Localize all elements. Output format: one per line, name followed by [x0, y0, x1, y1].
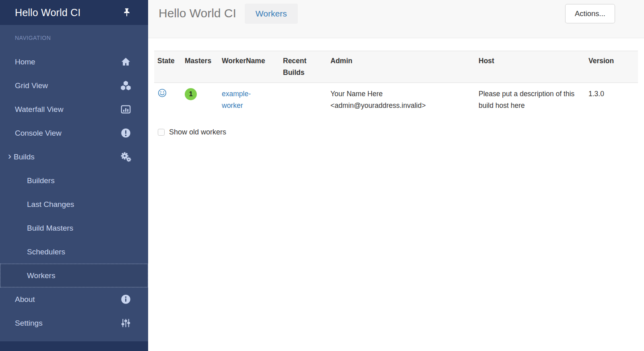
sidebar-item-label: Grid View [15, 81, 48, 90]
exclamation-circle-icon [120, 128, 131, 138]
sidebar-item-label: Waterfall View [15, 105, 63, 114]
worker-name-cell: example-worker [219, 83, 280, 116]
bar-chart-icon [120, 104, 131, 115]
sidebar-item-label: Console View [15, 129, 62, 138]
home-icon [120, 56, 131, 67]
sidebar-item-builders[interactable]: Builders [0, 169, 148, 192]
table-row: 1 example-worker Your Name Here <admin@y… [154, 83, 638, 116]
sidebar-app-title[interactable]: Hello World CI [15, 7, 81, 19]
cubes-icon [120, 80, 131, 91]
sidebar-item-workers[interactable]: Workers [0, 264, 148, 287]
sidebar-item-label: Build Masters [27, 224, 73, 233]
col-header-version: Version [585, 51, 638, 83]
sidebar-item-label: Schedulers [27, 248, 65, 256]
smiley-icon [157, 88, 167, 98]
sidebar-item-console-view[interactable]: Console View [0, 121, 148, 145]
sliders-icon [120, 318, 131, 328]
show-old-workers-checkbox[interactable] [158, 129, 165, 136]
cogs-icon [120, 151, 131, 162]
show-old-workers-label: Show old workers [169, 128, 226, 136]
sidebar-item-about[interactable]: About [0, 287, 148, 311]
nav-section-label: NAVIGATION [0, 25, 148, 50]
workers-table: State Masters WorkerName Recent Builds A… [154, 51, 638, 117]
worker-admin-cell: Your Name Here <admin@youraddress.invali… [327, 83, 475, 116]
sidebar-item-label: Workers [27, 271, 55, 280]
col-header-masters: Masters [182, 51, 219, 83]
sidebar-item-home[interactable]: Home [0, 50, 148, 74]
app-window: Hello World CI NAVIGATION Home Grid Vie [0, 0, 644, 351]
sidebar-item-last-changes[interactable]: Last Changes [0, 192, 148, 216]
sidebar-item-label: Home [15, 58, 35, 66]
sidebar-item-label: Builders [27, 176, 55, 185]
sidebar-item-waterfall-view[interactable]: Waterfall View [0, 97, 148, 121]
main-area: Hello World CI Workers Actions... State … [148, 0, 644, 351]
sidebar-item-grid-view[interactable]: Grid View [0, 74, 148, 97]
worker-host-cell: Please put a description of this build h… [475, 83, 585, 116]
sidebar-header: Hello World CI [0, 0, 148, 25]
masters-count-badge: 1 [185, 88, 197, 100]
worker-masters-cell: 1 [182, 83, 219, 116]
sidebar-item-settings[interactable]: Settings [0, 311, 148, 335]
info-circle-icon [120, 294, 131, 305]
breadcrumb-workers[interactable]: Workers [245, 4, 298, 24]
worker-name-link[interactable]: example-worker [222, 88, 262, 111]
recent-builds-cell [280, 83, 327, 116]
sidebar: Hello World CI NAVIGATION Home Grid Vie [0, 0, 148, 351]
sidebar-nav: NAVIGATION Home Grid View Wate [0, 25, 148, 341]
sidebar-item-label: About [15, 295, 35, 304]
sidebar-item-label: Last Changes [27, 200, 74, 209]
sidebar-item-label: Settings [15, 319, 43, 328]
worker-state-cell [154, 83, 182, 116]
show-old-workers-control[interactable]: Show old workers [158, 128, 638, 136]
sidebar-item-schedulers[interactable]: Schedulers [0, 240, 148, 264]
sidebar-item-build-masters[interactable]: Build Masters [0, 216, 148, 240]
col-header-workername: WorkerName [219, 51, 280, 83]
page-title: Hello World CI [159, 6, 236, 20]
topbar: Hello World CI Workers Actions... [148, 0, 644, 38]
col-header-admin: Admin [327, 51, 475, 83]
workers-content: State Masters WorkerName Recent Builds A… [148, 38, 644, 136]
col-header-host: Host [475, 51, 585, 83]
chevron-right-icon: › [8, 151, 11, 161]
col-header-state: State [154, 51, 182, 83]
col-header-recent-builds: Recent Builds [280, 51, 327, 83]
table-header-row: State Masters WorkerName Recent Builds A… [154, 51, 638, 83]
sidebar-item-label: Builds [14, 153, 35, 161]
worker-version-cell: 1.3.0 [585, 83, 638, 116]
sidebar-item-builds[interactable]: › Builds [0, 145, 148, 169]
actions-button[interactable]: Actions... [565, 4, 615, 23]
pin-icon[interactable] [122, 7, 132, 18]
